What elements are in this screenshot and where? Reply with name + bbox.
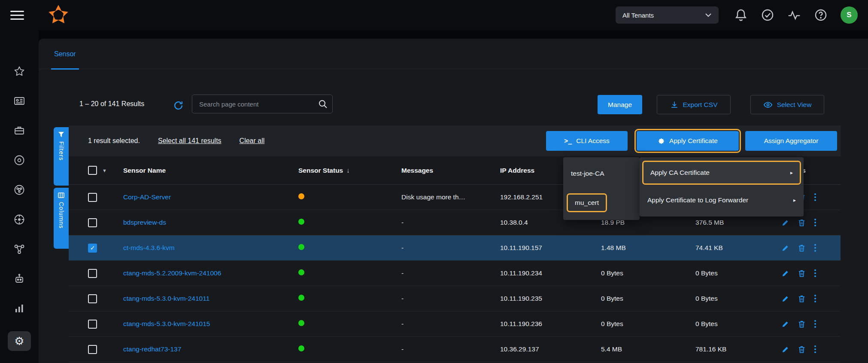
delete-trash-icon[interactable] xyxy=(798,320,806,328)
manage-button[interactable]: Manage xyxy=(598,95,642,114)
menu-item-apply-ca-certificate[interactable]: Apply CA Certificate ▸ xyxy=(642,161,801,185)
data-cell-1: 0 Bytes xyxy=(601,269,695,277)
search-input[interactable] xyxy=(192,95,333,113)
data-cell-2: 0 Bytes xyxy=(695,320,777,328)
assign-aggregator-button[interactable]: Assign Aggregator xyxy=(745,131,837,151)
activity-pulse-icon[interactable] xyxy=(787,8,801,22)
select-view-button[interactable]: Select View xyxy=(750,95,824,114)
sensor-name-link[interactable]: ctang-redhat73-137 xyxy=(123,345,181,353)
sidebar-item-license-card-icon[interactable] xyxy=(8,94,31,108)
results-summary: 1 – 20 of 141 Results xyxy=(79,100,144,108)
kebab-menu-icon[interactable] xyxy=(814,294,816,303)
delete-trash-icon[interactable] xyxy=(798,244,806,252)
sidebar-item-chart-icon[interactable] xyxy=(8,302,31,315)
sensor-name-link[interactable]: ct-mds-4.3.6-kvm xyxy=(123,244,175,251)
sidebar-item-briefcase-icon[interactable] xyxy=(8,124,31,137)
edit-pencil-icon[interactable] xyxy=(781,244,789,252)
help-icon[interactable] xyxy=(814,8,828,22)
delete-trash-icon[interactable] xyxy=(798,269,806,278)
menu-item-label: test-joe-CA xyxy=(571,170,604,177)
row-checkbox[interactable] xyxy=(88,320,97,329)
delete-trash-icon[interactable] xyxy=(798,295,806,303)
sensor-name-link[interactable]: ctang-mds-5.3.0-kvm-241011 xyxy=(123,295,209,302)
sidebar-item-star-icon[interactable] xyxy=(8,64,31,78)
selected-count-text: 1 result selected. xyxy=(88,137,140,145)
sidebar-item-ai-brain-icon[interactable] xyxy=(8,183,31,197)
data-cell-2: 0 Bytes xyxy=(695,295,777,302)
sidebar-item-robot-icon[interactable] xyxy=(8,272,31,286)
status-dot xyxy=(298,244,304,250)
check-circle-icon[interactable] xyxy=(761,8,774,22)
hamburger-menu-icon[interactable] xyxy=(10,8,24,22)
sensor-name-link[interactable]: bdspreview-ds xyxy=(123,219,166,226)
table-row[interactable]: ctang-mds-5.3.0-kvm-241015 - 10.11.190.2… xyxy=(69,311,841,337)
starburst-logo-icon xyxy=(47,4,70,26)
edit-pencil-icon[interactable] xyxy=(781,219,789,227)
row-checkbox[interactable] xyxy=(88,269,97,278)
row-checkbox[interactable] xyxy=(88,244,97,253)
select-all-checkbox[interactable] xyxy=(88,166,97,175)
export-csv-button[interactable]: Export CSV xyxy=(657,95,731,114)
manage-button-label: Manage xyxy=(608,101,632,109)
row-checkbox[interactable] xyxy=(88,193,97,202)
edit-pencil-icon[interactable] xyxy=(781,269,789,278)
table-row[interactable]: ctang-redhat73-137 - 10.36.29.137 5.4 MB… xyxy=(69,337,841,362)
edit-pencil-icon[interactable] xyxy=(781,295,789,303)
data-cell-1: 0 Bytes xyxy=(601,320,695,328)
main-panel: Sensor 1 – 20 of 141 Results Manage Expo… xyxy=(39,39,868,363)
header-sensor-name: Sensor Name xyxy=(123,167,298,174)
row-checkbox[interactable] xyxy=(88,294,97,303)
row-checkbox[interactable] xyxy=(88,218,97,227)
select-all-link[interactable]: Select all 141 results xyxy=(158,137,222,145)
tenant-selector[interactable]: All Tenants xyxy=(616,6,719,24)
notifications-bell-icon[interactable] xyxy=(734,8,748,22)
kebab-menu-icon[interactable] xyxy=(814,269,816,278)
kebab-menu-icon[interactable] xyxy=(814,193,816,201)
header-sensor-status[interactable]: Sensor Status↓ xyxy=(298,167,401,174)
cli-access-button[interactable]: >_ CLI Access xyxy=(546,131,628,151)
sensor-name-link[interactable]: Corp-AD-Server xyxy=(123,193,171,201)
brand-logo[interactable] xyxy=(47,4,70,26)
submenu-arrow-icon: ▸ xyxy=(793,197,796,203)
sensor-name-link[interactable]: ctang-mds-5.3.0-kvm-241015 xyxy=(123,320,210,327)
edit-pencil-icon[interactable] xyxy=(781,320,789,328)
download-icon xyxy=(670,101,679,109)
edit-pencil-icon[interactable] xyxy=(781,345,789,354)
user-avatar[interactable]: S xyxy=(841,6,858,24)
menu-item-test-joe-ca[interactable]: test-joe-CA xyxy=(563,162,640,186)
kebab-menu-icon[interactable] xyxy=(814,218,816,227)
filters-side-tab[interactable]: Filters xyxy=(54,127,69,186)
certificate-seal-icon xyxy=(658,137,665,145)
ip-address-cell: 10.36.29.137 xyxy=(500,345,601,353)
search-icon xyxy=(318,99,328,109)
sensor-name-link[interactable]: ctang-mds-5.2.2009-kvm-241006 xyxy=(123,269,221,277)
data-cell-2: 0 Bytes xyxy=(695,269,777,277)
sort-desc-icon: ↓ xyxy=(346,167,350,174)
sidebar-item-disc-icon[interactable] xyxy=(8,153,31,167)
kebab-menu-icon[interactable] xyxy=(814,345,816,354)
kebab-menu-icon[interactable] xyxy=(814,244,816,252)
tab-sensor[interactable]: Sensor xyxy=(51,39,79,69)
table-row[interactable]: ctang-mds-5.2.2009-kvm-241006 - 10.11.19… xyxy=(69,261,841,286)
kebab-menu-icon[interactable] xyxy=(814,320,816,328)
menu-item-mu-cert[interactable]: mu_cert xyxy=(567,193,607,212)
columns-side-tab[interactable]: Columns xyxy=(54,188,69,249)
refresh-icon[interactable] xyxy=(173,100,184,111)
tab-bar: Sensor xyxy=(39,39,868,69)
sidebar-item-target-icon[interactable] xyxy=(8,213,31,226)
apply-certificate-button[interactable]: Apply Certificate xyxy=(637,131,739,151)
data-cell-2: 781.16 KB xyxy=(695,345,777,353)
table-row[interactable]: ct-mds-4.3.6-kvm - 10.11.190.157 1.48 MB… xyxy=(69,235,841,261)
cli-access-label: CLI Access xyxy=(576,137,610,145)
apply-certificate-menu: Apply CA Certificate ▸ Apply Certificate… xyxy=(640,157,804,217)
menu-item-apply-cert-log-forwarder[interactable]: Apply Certificate to Log Forwarder ▸ xyxy=(640,188,804,212)
delete-trash-icon[interactable] xyxy=(798,345,806,354)
table-row[interactable]: ctang-mds-5.3.0-kvm-241011 - 10.11.190.2… xyxy=(69,286,841,311)
row-checkbox[interactable] xyxy=(88,345,97,354)
sidebar-item-settings-gear-icon[interactable]: ⚙ xyxy=(8,331,31,351)
clear-all-link[interactable]: Clear all xyxy=(240,137,265,145)
sidebar-item-network-icon[interactable] xyxy=(8,242,31,256)
selection-menu-caret-icon[interactable]: ▼ xyxy=(102,168,107,173)
filters-tab-label: Filters xyxy=(58,141,65,161)
delete-trash-icon[interactable] xyxy=(798,219,806,227)
